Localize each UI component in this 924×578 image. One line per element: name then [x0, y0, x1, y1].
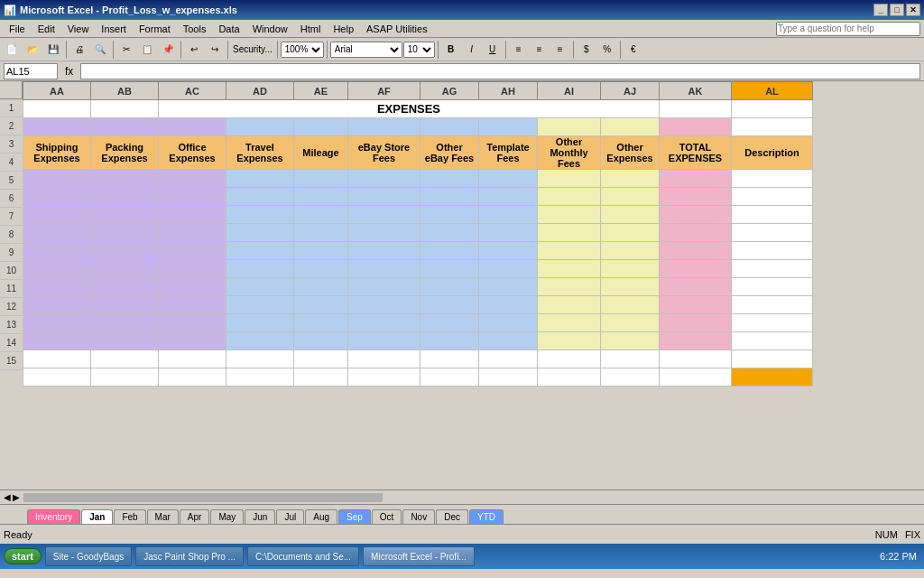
cell-ak5[interactable] [660, 188, 732, 206]
open-btn[interactable]: 📂 [23, 40, 42, 60]
cell-ab14[interactable] [91, 350, 159, 368]
cell-ag11[interactable] [420, 296, 479, 314]
cell-ab10[interactable] [91, 278, 159, 296]
cell-aa8[interactable] [23, 242, 91, 260]
cell-ak8[interactable] [660, 242, 732, 260]
cell-ai6[interactable] [538, 206, 601, 224]
cell-ae15[interactable] [294, 368, 348, 387]
cell-ah10[interactable] [479, 278, 538, 296]
cell-ae12[interactable] [294, 314, 348, 332]
cell-aa12[interactable] [23, 314, 91, 332]
cell-ag4[interactable] [420, 170, 479, 188]
cell-ag15[interactable] [420, 368, 479, 387]
tab-ytd[interactable]: YTD [469, 509, 504, 524]
cell-ae4[interactable] [294, 170, 348, 188]
cell-aj12[interactable] [601, 314, 660, 332]
menu-insert[interactable]: Insert [96, 22, 132, 36]
align-center-btn[interactable]: ≡ [530, 40, 550, 60]
cell-af5[interactable] [348, 188, 420, 206]
col-aa[interactable]: AA [23, 82, 91, 100]
cell-ai3[interactable]: OtherMonthlyFees [538, 136, 601, 170]
cell-al8[interactable] [732, 242, 813, 260]
cell-ag9[interactable] [420, 260, 479, 278]
cell-ad14[interactable] [226, 350, 294, 368]
cell-ag5[interactable] [420, 188, 479, 206]
cell-aa9[interactable] [23, 260, 91, 278]
cell-ac6[interactable] [159, 206, 226, 224]
euro-btn[interactable]: € [624, 40, 643, 60]
cell-al5[interactable] [732, 188, 813, 206]
menu-asap[interactable]: ASAP Utilities [361, 22, 433, 36]
menu-window[interactable]: Window [247, 22, 293, 36]
cell-al10[interactable] [732, 278, 813, 296]
tab-sep[interactable]: Sep [338, 509, 371, 524]
tab-jan[interactable]: Jan [81, 509, 113, 524]
cell-ak13[interactable] [660, 332, 732, 350]
align-left-btn[interactable]: ≡ [509, 40, 529, 60]
col-ag[interactable]: AG [420, 82, 479, 100]
bold-btn[interactable]: B [441, 40, 461, 60]
cell-af11[interactable] [348, 296, 420, 314]
cell-ae5[interactable] [294, 188, 348, 206]
cell-ag6[interactable] [420, 206, 479, 224]
tab-feb[interactable]: Feb [114, 509, 145, 524]
cell-ae13[interactable] [294, 332, 348, 350]
scrollbar-thumb[interactable] [23, 493, 383, 502]
name-box[interactable] [4, 63, 58, 79]
cell-ad5[interactable] [226, 188, 294, 206]
help-search[interactable] [776, 22, 920, 36]
cell-ae8[interactable] [294, 242, 348, 260]
preview-btn[interactable]: 🔍 [90, 40, 110, 60]
minimize-btn[interactable]: _ [873, 4, 888, 16]
cell-ai2[interactable] [538, 118, 601, 136]
cell-ad7[interactable] [226, 224, 294, 242]
cell-af7[interactable] [348, 224, 420, 242]
menu-view[interactable]: View [62, 22, 95, 36]
cell-ad8[interactable] [226, 242, 294, 260]
cell-af15[interactable] [348, 368, 420, 387]
cell-al15[interactable] [732, 368, 813, 387]
cell-aj2[interactable] [601, 118, 660, 136]
cell-aa10[interactable] [23, 278, 91, 296]
cell-al6[interactable] [732, 206, 813, 224]
cell-aa11[interactable] [23, 296, 91, 314]
cell-aj13[interactable] [601, 332, 660, 350]
cell-af14[interactable] [348, 350, 420, 368]
cell-ac10[interactable] [159, 278, 226, 296]
cell-ac8[interactable] [159, 242, 226, 260]
col-af[interactable]: AF [348, 82, 420, 100]
cell-ae14[interactable] [294, 350, 348, 368]
maximize-btn[interactable]: □ [890, 4, 904, 16]
cell-ac7[interactable] [159, 224, 226, 242]
cell-aa6[interactable] [23, 206, 91, 224]
cell-ak15[interactable] [660, 368, 732, 387]
cell-ai9[interactable] [538, 260, 601, 278]
cell-ah3[interactable]: TemplateFees [479, 136, 538, 170]
tab-jun[interactable]: Jun [245, 509, 275, 524]
cell-aa5[interactable] [23, 188, 91, 206]
scroll-right-btn[interactable]: ▶ [13, 492, 20, 502]
formula-input[interactable] [80, 63, 920, 79]
cell-ac12[interactable] [159, 314, 226, 332]
cell-ag2[interactable] [420, 118, 479, 136]
cell-ae9[interactable] [294, 260, 348, 278]
cell-ak1[interactable] [660, 100, 732, 118]
currency-btn[interactable]: $ [577, 40, 596, 60]
cell-al12[interactable] [732, 314, 813, 332]
col-ai[interactable]: AI [538, 82, 601, 100]
cell-af4[interactable] [348, 170, 420, 188]
cell-ad10[interactable] [226, 278, 294, 296]
tab-mar[interactable]: Mar [147, 509, 179, 524]
cell-aa2[interactable] [23, 118, 91, 136]
cell-af13[interactable] [348, 332, 420, 350]
cell-ah5[interactable] [479, 188, 538, 206]
cell-ai4[interactable] [538, 170, 601, 188]
cell-af10[interactable] [348, 278, 420, 296]
cell-ag12[interactable] [420, 314, 479, 332]
cell-af9[interactable] [348, 260, 420, 278]
cell-ab1[interactable] [91, 100, 159, 118]
underline-btn[interactable]: U [483, 40, 503, 60]
tab-apr[interactable]: Apr [180, 509, 210, 524]
cell-aj10[interactable] [601, 278, 660, 296]
taskbar-item-2[interactable]: Jasc Paint Shop Pro ... [135, 546, 244, 566]
